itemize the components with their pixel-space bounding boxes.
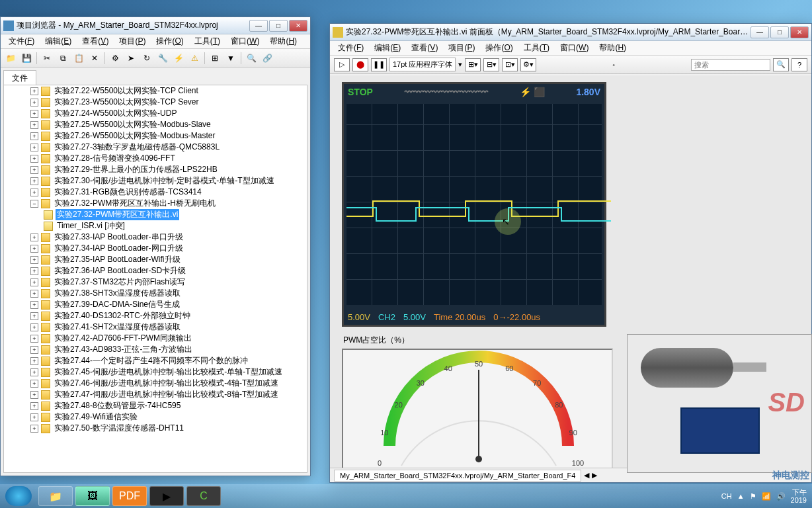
camtasia-task[interactable]: C: [186, 486, 221, 506]
expand-icon[interactable]: +: [30, 335, 38, 343]
expand-icon[interactable]: +: [30, 346, 38, 354]
expand-icon[interactable]: +: [30, 177, 38, 185]
expand-icon[interactable]: +: [30, 413, 38, 421]
network-icon[interactable]: 📶: [762, 492, 771, 501]
tree-item[interactable]: +实验27.26-W5500以太网实验-Modbus-Master: [4, 130, 307, 142]
tree-item[interactable]: +实验27.33-IAP BootLoader-串口升级: [4, 232, 307, 243]
expand-icon[interactable]: +: [30, 380, 38, 388]
menu-item[interactable]: 窗口(W): [225, 34, 264, 48]
warning-icon[interactable]: ⚠: [187, 51, 202, 65]
maximize-button[interactable]: □: [269, 20, 288, 32]
menu-item[interactable]: 文件(F): [3, 34, 40, 48]
font-selector[interactable]: 17pt 应用程序字体: [389, 58, 456, 71]
start-button[interactable]: [5, 486, 32, 506]
expand-icon[interactable]: +: [30, 155, 38, 163]
maximize-button[interactable]: □: [770, 26, 789, 38]
explorer-task[interactable]: 📁: [38, 486, 73, 506]
labview-task[interactable]: ▶: [149, 486, 184, 506]
close-button[interactable]: ✕: [289, 20, 307, 32]
save-icon[interactable]: 💾: [19, 51, 34, 65]
expand-icon[interactable]: +: [30, 87, 38, 95]
expand-icon[interactable]: +: [30, 144, 38, 151]
reorder-button[interactable]: ⚙▾: [520, 58, 536, 71]
menu-item[interactable]: 文件(F): [333, 41, 369, 55]
open-icon[interactable]: 📁: [3, 51, 18, 65]
distribute-button[interactable]: ⊟▾: [483, 58, 499, 71]
menu-item[interactable]: 编辑(E): [369, 41, 406, 55]
tree-item[interactable]: +实验27.30-伺服/步进电机脉冲控制-定时器模式-单轴-T型加减速: [4, 175, 307, 187]
expand-icon[interactable]: +: [30, 132, 38, 140]
tree-item[interactable]: +实验27.48-8位数码管显示-74HC595: [4, 400, 307, 411]
menu-item[interactable]: 项目(P): [443, 41, 480, 55]
expand-icon[interactable]: +: [30, 267, 38, 275]
menu-item[interactable]: 查看(V): [77, 34, 114, 48]
resize-button[interactable]: ⊡▾: [502, 58, 518, 71]
tree-item[interactable]: +实验27.42-AD7606-FFT-PWM同频输出: [4, 333, 307, 344]
photo-task[interactable]: 🖼: [75, 486, 110, 506]
menu-item[interactable]: 操作(O): [480, 41, 518, 55]
refresh-icon[interactable]: ↻: [140, 51, 154, 65]
minimize-button[interactable]: —: [751, 26, 769, 38]
tool2-icon[interactable]: ⚡: [171, 51, 186, 65]
pause-button[interactable]: ❚❚: [371, 58, 387, 71]
tree-item[interactable]: +实验27.34-IAP BootLoader-网口升级: [4, 243, 307, 254]
expand-icon[interactable]: +: [30, 110, 38, 118]
menu-item[interactable]: 项目(P): [114, 34, 151, 48]
tree-item[interactable]: +实验27.22-W5500以太网实验-TCP Client: [4, 85, 307, 97]
tree-item[interactable]: +实验27.47-伺服/步进电机脉冲控制-输出比较模式-8轴-T型加减速: [4, 389, 307, 400]
search-icon[interactable]: 🔍: [773, 58, 789, 71]
expand-icon[interactable]: +: [30, 391, 38, 399]
volume-icon[interactable]: 🔊: [776, 492, 786, 501]
menu-item[interactable]: 窗口(W): [555, 41, 594, 55]
font-dropdown-icon[interactable]: ▾: [458, 60, 462, 69]
expand-icon[interactable]: +: [30, 189, 38, 196]
titlebar[interactable]: 项目浏览器 - My_ARM_Starter_Board_STM32F4xx.l…: [1, 17, 310, 34]
tree-item[interactable]: −实验27.32-PWM带死区互补输出-H桥无刷电机: [4, 198, 307, 209]
find-icon[interactable]: 🔍: [244, 51, 259, 65]
tray-icon[interactable]: ▲: [737, 492, 745, 500]
action-center-icon[interactable]: ⚑: [750, 492, 756, 501]
tree-item[interactable]: +实验27.50-数字温湿度传感器-DHT11: [4, 423, 307, 434]
paste-icon[interactable]: 📋: [71, 51, 86, 65]
tree-item[interactable]: +实验27.24-W5500以太网实验-UDP: [4, 108, 307, 119]
tree-item[interactable]: +实验27.36-IAP BootLoader-SD卡升级: [4, 265, 307, 276]
close-button[interactable]: ✕: [790, 26, 809, 38]
menu-item[interactable]: 帮助(H): [264, 34, 302, 48]
delete-icon[interactable]: ✕: [87, 51, 102, 65]
tree-item[interactable]: 实验27.32-PWM带死区互补输出.vi: [4, 209, 307, 220]
expand-icon[interactable]: +: [30, 99, 38, 106]
tree-item[interactable]: +实验27.31-RGB颜色识别传感器-TCS3414: [4, 187, 307, 198]
menu-item[interactable]: 帮助(H): [594, 41, 631, 55]
tool-icon[interactable]: 🔧: [155, 51, 170, 65]
files-tab[interactable]: 文件: [3, 70, 36, 86]
tree-item[interactable]: +实验27.28-信号频谱变换4096-FFT: [4, 153, 307, 164]
expand-icon[interactable]: +: [30, 425, 38, 433]
tree-item[interactable]: +实验27.44-一个定时器产生4路不同频率不同个数的脉冲: [4, 355, 307, 366]
filter-icon[interactable]: ▼: [223, 51, 238, 65]
tree-item[interactable]: +实验27.37-STM32芯片内部Flash读写: [4, 276, 307, 288]
clock-date[interactable]: 2019: [791, 496, 807, 504]
expand-icon[interactable]: +: [30, 121, 38, 129]
menu-item[interactable]: 工具(T): [518, 41, 555, 55]
menu-item[interactable]: 操作(O): [151, 34, 188, 48]
tree-item[interactable]: +实验27.41-SHT2x温湿度传感器读取: [4, 321, 307, 333]
status-path[interactable]: My_ARM_Starter_Board_STM32F4xx.lvproj/My…: [334, 470, 581, 482]
nav-right-icon[interactable]: ▶: [592, 471, 597, 480]
tree-item[interactable]: +实验27.23-W5500以太网实验-TCP Sever: [4, 97, 307, 108]
tree-item[interactable]: +实验27.35-IAP BootLoader-Wifi升级: [4, 254, 307, 265]
expand-icon[interactable]: +: [30, 290, 38, 298]
project-tree[interactable]: +实验27.22-W5500以太网实验-TCP Client+实验27.23-W…: [3, 85, 307, 473]
arrow-icon[interactable]: ➤: [124, 51, 138, 65]
build-icon[interactable]: ⚙: [108, 51, 122, 65]
help-icon[interactable]: ?: [792, 58, 807, 71]
expand-icon[interactable]: +: [30, 323, 38, 331]
expand-icon[interactable]: +: [30, 256, 38, 264]
menu-item[interactable]: 编辑(E): [40, 34, 77, 48]
expand-icon[interactable]: +: [30, 245, 38, 253]
menu-item[interactable]: 工具(T): [189, 34, 225, 48]
link-icon[interactable]: 🔗: [260, 51, 274, 65]
clock-time[interactable]: 下午: [791, 488, 807, 496]
tree-item[interactable]: +实验27.49-Wifi通信实验: [4, 411, 307, 423]
tree-icon[interactable]: ⊞: [208, 51, 222, 65]
expand-icon[interactable]: +: [30, 166, 38, 174]
